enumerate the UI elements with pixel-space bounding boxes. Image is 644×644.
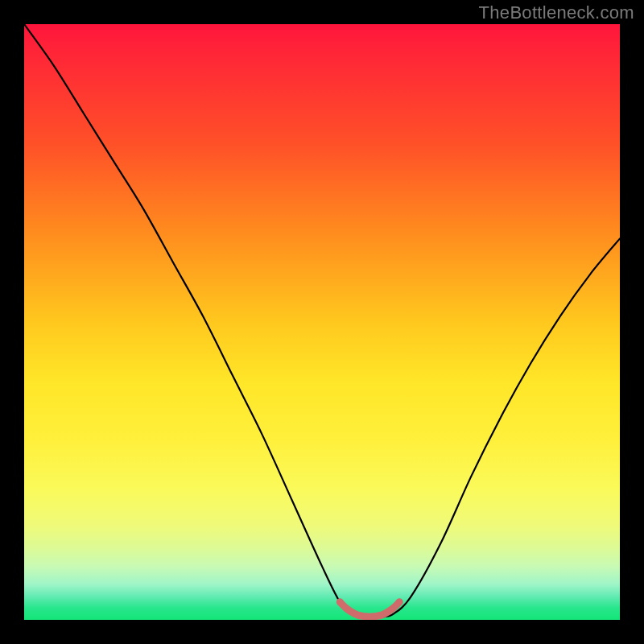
chart-frame: TheBottleneck.com (0, 0, 644, 644)
watermark-text: TheBottleneck.com (479, 2, 634, 23)
chart-svg (24, 24, 620, 620)
bottleneck-curve-path (24, 24, 620, 617)
plot-area (24, 24, 620, 620)
